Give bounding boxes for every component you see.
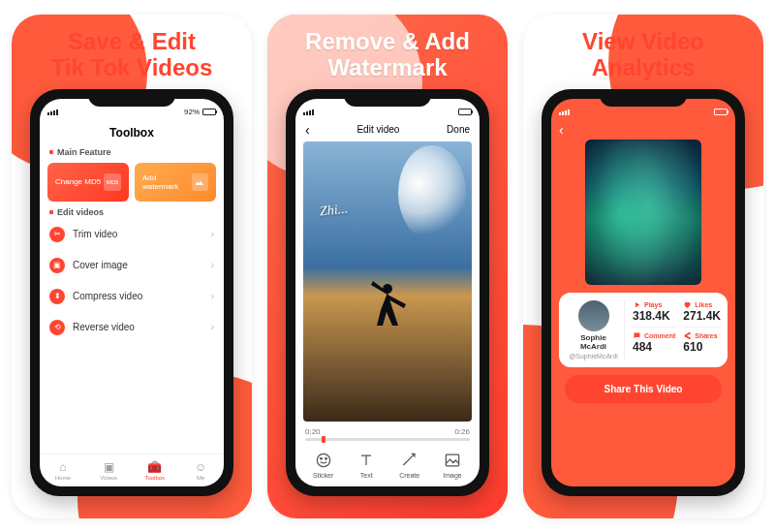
reverse-icon: ⟲ [49, 320, 65, 335]
likes-value: 271.4K [683, 309, 721, 323]
back-button[interactable]: ‹ [305, 122, 310, 138]
metric-plays: Plays 318.4K [633, 300, 675, 323]
home-icon: ⌂ [59, 460, 66, 474]
panel-watermark: Remove & Add Watermark ‹ Edit video Done… [267, 15, 508, 518]
md5-file-icon: MD5 [104, 173, 121, 191]
screen-toolbox: 92% Toolbox Main Feature Change MD5 MD5 … [40, 99, 224, 486]
cover-image-label: Cover image [73, 260, 128, 270]
panel3-headline: View Video Analytics [582, 28, 704, 81]
tab-me[interactable]: ☺Me [178, 454, 225, 486]
toolbox-icon: 🧰 [147, 460, 162, 474]
chevron-right-icon: › [211, 260, 214, 270]
metric-comments: Comment 484 [633, 327, 675, 354]
share-icon [683, 331, 692, 340]
tab-home[interactable]: ⌂Home [40, 454, 86, 486]
chevron-right-icon: › [211, 322, 214, 332]
signature-watermark[interactable]: Zhi... [320, 202, 350, 220]
compress-icon: ⬍ [49, 289, 65, 304]
video-preview[interactable]: Zhi... [303, 141, 472, 422]
metric-shares: Shares 610 [683, 327, 721, 354]
battery-icon [458, 109, 472, 115]
change-md5-button[interactable]: Change MD5 MD5 [47, 163, 129, 202]
done-button[interactable]: Done [447, 124, 470, 135]
image-tool[interactable]: Image [443, 451, 462, 479]
image-icon [443, 451, 462, 470]
battery-percent: 92% [184, 108, 200, 116]
section-main-feature: Main Feature [40, 145, 224, 159]
time-start: 0:20 [305, 427, 321, 436]
cloud-graphic [398, 145, 466, 240]
edit-video-nav: ‹ Edit video Done [295, 122, 480, 138]
signal-icon [303, 110, 314, 115]
reverse-video-row[interactable]: ⟲ Reverse video › [40, 312, 224, 343]
user-name: Sophie McArdi [567, 333, 620, 351]
svg-point-2 [320, 457, 322, 459]
notch [344, 89, 431, 107]
svg-rect-4 [446, 454, 458, 466]
battery-icon [202, 109, 216, 115]
notch [88, 89, 175, 107]
watermark-icon [192, 173, 208, 191]
change-md5-label: Change MD5 [55, 177, 101, 186]
timeline-labels: 0:20 0:26 [295, 425, 480, 436]
phone-frame-2: ‹ Edit video Done Zhi... [286, 89, 489, 496]
share-video-button[interactable]: Share This Video [565, 375, 722, 403]
profile-column: Sophie McArdi @SophieMcArdi [567, 300, 625, 360]
comment-icon [633, 331, 641, 340]
comments-value: 484 [633, 340, 675, 354]
tab-bar: ⌂Home ▣Videos 🧰Toolbox ☺Me [40, 454, 224, 486]
panel2-headline: Remove & Add Watermark [305, 28, 470, 81]
phone-frame-1: 92% Toolbox Main Feature Change MD5 MD5 … [30, 89, 233, 496]
analytics-card: Sophie McArdi @SophieMcArdi Plays 318.4K… [559, 293, 728, 367]
tab-toolbox[interactable]: 🧰Toolbox [132, 454, 178, 486]
phone-frame-3: ‹ Sophie McArdi @SophieMcArdi Plays 318.… [542, 89, 745, 496]
screen-edit-video: ‹ Edit video Done Zhi... [295, 99, 480, 486]
create-tool[interactable]: Create [399, 451, 419, 479]
user-handle: @SophieMcArdi [569, 353, 618, 360]
panel1-headline: Save & Edit Tik Tok Videos [51, 28, 213, 81]
aurora-graphic [585, 140, 701, 285]
scrubber[interactable] [305, 438, 470, 441]
panel-analytics: View Video Analytics ‹ Sophie McArdi @So… [523, 15, 763, 518]
reverse-video-label: Reverse video [73, 322, 135, 332]
video-thumbnail[interactable] [585, 140, 701, 285]
svg-point-3 [325, 457, 326, 459]
add-watermark-label: Add watermark [142, 173, 192, 191]
trim-video-row[interactable]: ✂ Trim video › [40, 219, 224, 250]
svg-point-1 [317, 454, 329, 466]
panel-save-edit: Save & Edit Tik Tok Videos 92% Toolbox M… [12, 15, 252, 518]
add-watermark-button[interactable]: Add watermark [135, 163, 216, 202]
text-icon [356, 451, 376, 470]
avatar[interactable] [578, 300, 609, 331]
cover-image-row[interactable]: ▣ Cover image › [40, 250, 224, 281]
person-icon: ☺ [195, 460, 206, 474]
chevron-right-icon: › [211, 229, 214, 239]
heart-icon [683, 300, 692, 309]
metric-likes: Likes 271.4K [683, 300, 721, 323]
plays-value: 318.4K [633, 309, 675, 323]
shares-value: 610 [683, 340, 721, 354]
signal-icon [47, 110, 58, 115]
sticker-tool[interactable]: Sticker [313, 451, 333, 479]
trim-video-label: Trim video [73, 229, 117, 239]
text-tool[interactable]: Text [356, 451, 376, 479]
section-edit-videos: Edit videos [40, 205, 224, 219]
compress-video-label: Compress video [73, 291, 142, 301]
edit-tool-strip: Sticker Text Create Image [295, 447, 480, 486]
back-button[interactable]: ‹ [551, 122, 735, 138]
time-end: 0:26 [454, 427, 470, 436]
climber-silhouette [363, 279, 412, 337]
screen-analytics: ‹ Sophie McArdi @SophieMcArdi Plays 318.… [551, 99, 735, 486]
create-icon [400, 451, 419, 470]
toolbox-title: Toolbox [40, 126, 224, 140]
compress-video-row[interactable]: ⬍ Compress video › [40, 281, 224, 312]
sticker-icon [314, 451, 333, 470]
chevron-right-icon: › [211, 291, 214, 301]
notch [600, 89, 687, 107]
play-icon [633, 300, 641, 309]
scissors-icon: ✂ [49, 227, 65, 242]
edit-video-title: Edit video [356, 124, 399, 135]
tab-videos[interactable]: ▣Videos [86, 454, 133, 486]
battery-icon [714, 109, 728, 115]
video-icon: ▣ [104, 460, 114, 474]
